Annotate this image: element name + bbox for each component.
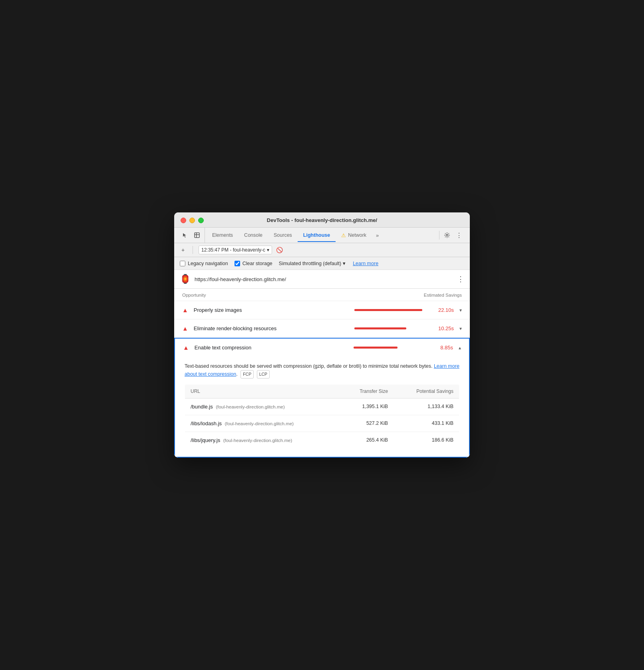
lighthouse-logo-icon: 🏮 bbox=[180, 274, 191, 284]
warning-triangle-icon-2: ▲ bbox=[182, 325, 188, 332]
opportunity-title-3: Enable text compression bbox=[195, 345, 348, 351]
transfer-size-column-header: Transfer Size bbox=[340, 384, 394, 398]
no-entry-icon[interactable]: 🚫 bbox=[276, 247, 283, 253]
table-row: /libs/jquery.js (foul-heavenly-direction… bbox=[185, 432, 459, 448]
svg-point-3 bbox=[446, 234, 448, 236]
svg-rect-0 bbox=[195, 233, 199, 238]
opportunity-column-label: Opportunity bbox=[182, 293, 206, 297]
transfer-size-cell-1: 1,395.1 KiB bbox=[340, 398, 394, 415]
compression-table-wrapper: URL Transfer Size Potential Savings bbox=[185, 384, 459, 457]
window-title: DevTools - foul-heavenly-direction.glitc… bbox=[267, 217, 377, 223]
tab-bar-icons bbox=[177, 228, 205, 243]
table-row: /bundle.js (foul-heavenly-direction.glit… bbox=[185, 398, 459, 415]
table-header-row: URL Transfer Size Potential Savings bbox=[185, 384, 459, 398]
opportunity-header: Opportunity Estimated Savings bbox=[174, 289, 470, 301]
opportunity-bar-2 bbox=[354, 327, 426, 329]
transfer-size-cell-2: 527.2 KiB bbox=[340, 415, 394, 432]
title-bar: DevTools - foul-heavenly-direction.glitc… bbox=[174, 212, 470, 228]
clear-storage-checkbox[interactable] bbox=[235, 261, 240, 266]
main-content: Opportunity Estimated Savings ▲ Properly… bbox=[174, 289, 470, 458]
fcp-badge: FCP bbox=[241, 370, 254, 379]
divider bbox=[193, 246, 193, 254]
clear-storage-option[interactable]: Clear storage bbox=[235, 261, 272, 266]
svg-rect-1 bbox=[195, 234, 199, 235]
legacy-navigation-option[interactable]: Legacy navigation bbox=[180, 261, 228, 266]
session-label: 12:35:47 PM - foul-heavenly-c bbox=[201, 247, 265, 253]
maximize-button[interactable] bbox=[198, 218, 204, 223]
devtools-window: DevTools - foul-heavenly-direction.glitc… bbox=[174, 212, 470, 458]
warning-triangle-icon-1: ▲ bbox=[182, 307, 188, 313]
opportunity-time-2: 10.25s bbox=[432, 325, 454, 331]
throttling-selector[interactable]: Simulated throttling (default) ▾ bbox=[279, 260, 346, 266]
url-display: https://foul-heavenly-direction.glitch.m… bbox=[195, 276, 453, 282]
more-options-icon[interactable]: ⋮ bbox=[455, 231, 463, 240]
session-selector[interactable]: 12:35:47 PM - foul-heavenly-c ▾ bbox=[199, 246, 272, 254]
chevron-down-icon-1[interactable]: ▾ bbox=[459, 307, 462, 313]
opportunity-row-3[interactable]: ▲ Enable text compression 8.85s ▴ bbox=[174, 338, 470, 357]
savings-cell-1: 1,133.4 KiB bbox=[394, 398, 459, 415]
minimize-button[interactable] bbox=[189, 218, 195, 223]
legacy-navigation-checkbox[interactable] bbox=[180, 261, 185, 266]
network-warning-icon: ⚠ bbox=[341, 232, 346, 238]
opportunity-time-3: 8.85s bbox=[431, 345, 453, 351]
traffic-lights bbox=[181, 218, 204, 223]
potential-savings-column-header: Potential Savings bbox=[394, 384, 459, 398]
tab-lighthouse[interactable]: Lighthouse bbox=[298, 228, 336, 242]
chevron-up-icon-3[interactable]: ▴ bbox=[459, 345, 461, 351]
chevron-down-icon-2[interactable]: ▾ bbox=[459, 326, 462, 331]
legacy-navigation-label: Legacy navigation bbox=[188, 261, 228, 266]
opportunity-row-1[interactable]: ▲ Properly size images 22.10s ▾ bbox=[174, 301, 470, 319]
expanded-section: Text-based resources should be served wi… bbox=[174, 357, 470, 458]
savings-cell-3: 186.6 KiB bbox=[394, 432, 459, 448]
url-bar: 🏮 https://foul-heavenly-direction.glitch… bbox=[174, 270, 470, 289]
secondary-toolbar: + 12:35:47 PM - foul-heavenly-c ▾ 🚫 bbox=[174, 243, 470, 257]
tab-console[interactable]: Console bbox=[239, 228, 268, 242]
tab-settings-area: ⋮ bbox=[439, 231, 467, 240]
resource-url-cell-3: /libs/jquery.js (foul-heavenly-direction… bbox=[185, 432, 340, 448]
table-row: /libs/lodash.js (foul-heavenly-direction… bbox=[185, 415, 459, 432]
opportunity-bar-fill-3 bbox=[354, 347, 398, 349]
svg-rect-2 bbox=[196, 233, 197, 238]
opportunity-bar-3 bbox=[354, 347, 425, 349]
resource-url-cell-1: /bundle.js (foul-heavenly-direction.glit… bbox=[185, 398, 340, 415]
tab-network[interactable]: ⚠ Network bbox=[336, 228, 372, 242]
url-more-button[interactable]: ⋮ bbox=[457, 276, 464, 283]
tab-more-button[interactable]: » bbox=[372, 229, 383, 242]
opportunity-title-2: Eliminate render-blocking resources bbox=[194, 325, 349, 331]
estimated-savings-column-label: Estimated Savings bbox=[424, 293, 462, 297]
tab-elements[interactable]: Elements bbox=[207, 228, 239, 242]
throttling-dropdown-icon: ▾ bbox=[343, 260, 346, 266]
warning-triangle-icon-3: ▲ bbox=[183, 344, 189, 351]
session-dropdown-icon: ▾ bbox=[267, 247, 269, 253]
options-bar: Legacy navigation Clear storage Simulate… bbox=[174, 257, 470, 270]
expanded-description: Text-based resources should be served wi… bbox=[185, 362, 459, 379]
inspect-icon[interactable] bbox=[193, 231, 201, 240]
opportunity-row-2[interactable]: ▲ Eliminate render-blocking resources 10… bbox=[174, 319, 470, 338]
tab-bar: Elements Console Sources Lighthouse ⚠ Ne… bbox=[174, 228, 470, 243]
url-column-header: URL bbox=[185, 384, 340, 398]
savings-cell-2: 433.1 KiB bbox=[394, 415, 459, 432]
opportunity-bar-fill-2 bbox=[354, 327, 406, 329]
learn-more-link[interactable]: Learn more bbox=[353, 261, 378, 266]
cursor-icon[interactable] bbox=[181, 231, 189, 240]
opportunity-bar-fill-1 bbox=[354, 309, 422, 311]
tab-sources[interactable]: Sources bbox=[268, 228, 298, 242]
opportunity-time-1: 22.10s bbox=[432, 307, 454, 313]
add-session-button[interactable]: + bbox=[179, 246, 187, 254]
lcp-badge: LCP bbox=[257, 370, 270, 379]
settings-icon[interactable] bbox=[443, 231, 451, 240]
resource-url-cell-2: /libs/lodash.js (foul-heavenly-direction… bbox=[185, 415, 340, 432]
compression-table: URL Transfer Size Potential Savings bbox=[185, 384, 459, 449]
clear-storage-label: Clear storage bbox=[242, 261, 272, 266]
opportunity-title-1: Properly size images bbox=[194, 307, 349, 313]
opportunity-bar-1 bbox=[354, 309, 426, 311]
close-button[interactable] bbox=[181, 218, 186, 223]
transfer-size-cell-3: 265.4 KiB bbox=[340, 432, 394, 448]
